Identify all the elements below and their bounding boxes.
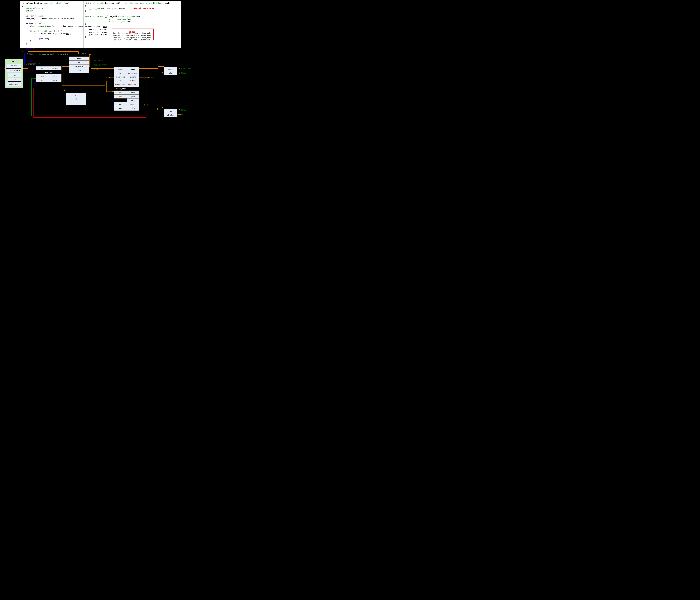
- expansion-box: &uc->dev_head->prev = &dev->uclass_node;…: [111, 29, 154, 40]
- uclass-prev-r: prev: [49, 78, 61, 82]
- lbl-rootdrv: root_driver: [94, 59, 103, 61]
- udev-ppriv: parent_priv_: [127, 83, 139, 87]
- drv2-id: id: [66, 97, 86, 101]
- gd-uclass-root-s: uclass_root_s: [6, 69, 21, 72]
- gd-box: GD dm_root uclass_root_s next prev uclas…: [5, 59, 23, 88]
- udev-prev-l: prev: [114, 95, 127, 98]
- udev-driver: driver: [114, 67, 127, 71]
- udev-priv: priv_: [114, 79, 127, 83]
- uclass-devhead: dev_head: [36, 70, 61, 74]
- udev-uclass: uclass: [127, 79, 139, 83]
- udev-cprev: prev: [114, 106, 127, 110]
- udev-next-r: next: [127, 91, 139, 95]
- udev-node: node_: [127, 102, 139, 106]
- drv2-box: name id ...: [66, 90, 86, 105]
- uclass-priv: priv_: [36, 67, 49, 70]
- drv1-other: 其他: [69, 69, 89, 73]
- br-ofo: of_offset: [164, 113, 177, 117]
- uclass-prev-l: prev: [36, 78, 49, 82]
- udev-prev-r: prev: [127, 95, 139, 98]
- udev-seq: seq_: [127, 99, 139, 102]
- udevice-box: drivername plat_parent_plat_ driver_data…: [114, 64, 139, 111]
- uclass-box: priv_uc_drv dev_head nextnext prevprev: [36, 64, 61, 82]
- topright-box: name plat: [164, 64, 177, 75]
- udev-pplat: parent_plat_: [127, 71, 139, 75]
- udev-parent: parent: [127, 75, 139, 79]
- drv1-box: name id of_match 其他: [69, 54, 89, 73]
- gd-next: next: [8, 73, 21, 77]
- gd-uclass-root: uclass_root: [6, 82, 21, 86]
- udev-ddata: driver_data: [114, 75, 127, 79]
- gd-dmroot: dm_root: [6, 64, 21, 68]
- tr-name: name: [164, 67, 177, 71]
- drv1-name: name: [69, 57, 89, 60]
- udev-plat: plat_: [114, 71, 127, 75]
- code-right: static inline void list_add_tail(struct …: [83, 1, 181, 48]
- uclass-ucdrv: uc_drv: [49, 67, 61, 70]
- code-pane: int uclass_bind_device(struct udevice *d…: [20, 1, 181, 48]
- diagram-area: GD dm_root uclass_root_s next prev uclas…: [0, 50, 196, 123]
- gd-title: GD: [6, 60, 22, 63]
- lbl-zero: 0: [106, 77, 107, 79]
- lbl-null4: NULL: [181, 109, 186, 111]
- udev-blk: [114, 99, 127, 102]
- lbl-m1c: -1: [181, 113, 183, 115]
- drv2-etc: ...: [66, 101, 86, 105]
- lbl-ucroot: UCLASS_ROOT: [94, 64, 107, 66]
- code-left: int uclass_bind_device(struct udevice *d…: [20, 1, 83, 48]
- lbl-null: NULL: [94, 69, 98, 71]
- uclass-next-l: next: [36, 74, 49, 78]
- udev-unode-r: [127, 87, 139, 90]
- udev-next-l: next: [114, 91, 127, 95]
- drv2-name: name: [66, 93, 86, 97]
- udev-name: name: [127, 67, 139, 71]
- udev-other: 其他: [127, 106, 139, 110]
- drv1-ofmatch: of_match: [69, 64, 89, 68]
- lbl-rootdrv2: root_driver: [181, 67, 191, 69]
- gd-prev: prev: [8, 78, 21, 82]
- udev-unode: uclass_node: [114, 87, 127, 90]
- uclass-next-r: next: [49, 74, 61, 78]
- lbl-m1: -1: [147, 104, 148, 106]
- lbl-null3: NULL: [151, 77, 156, 79]
- drv1-id: id: [69, 60, 89, 64]
- udev-cnext: next: [114, 102, 127, 106]
- bottomright-box: np of_offset: [164, 106, 177, 117]
- lbl-null2: NULL: [181, 72, 186, 74]
- tr-plat: plat: [164, 71, 177, 75]
- udev-upriv: uclass_priv_: [114, 83, 127, 87]
- br-np: np: [164, 109, 177, 113]
